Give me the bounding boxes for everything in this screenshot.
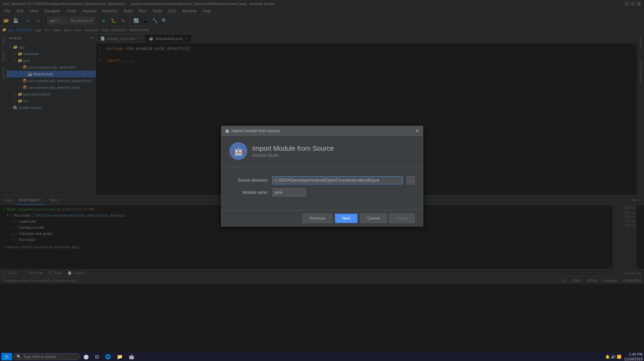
source-directory-row: Source directory: … [230, 176, 415, 184]
taskbar-task-view[interactable]: ⊟ [92, 353, 102, 360]
taskbar-tray: 🔔 🔊 📶 1:40 PM 11/28/2019 [605, 352, 643, 361]
modal-title-bar: 🤖 Import module from source ✕ [222, 126, 423, 136]
cortana-icon: ⬤ [83, 354, 89, 359]
taskbar-cortana[interactable]: ⬤ [81, 353, 92, 360]
modal-overlay: 🤖 Import module from source ✕ 🤖 Import M… [0, 0, 644, 352]
import-module-dialog: 🤖 Import module from source ✕ 🤖 Import M… [221, 126, 423, 226]
taskbar: ⊞ 🔍 Type here to search ⬤ ⊟ 🌐 📁 🤖 🔔 🔊 📶 … [0, 352, 644, 361]
modal-header-text: Import Module from Source Android Studio [252, 145, 334, 158]
cancel-button[interactable]: Cancel [360, 214, 387, 223]
source-directory-input[interactable] [272, 176, 403, 184]
modal-close-button[interactable]: ✕ [415, 128, 419, 134]
taskbar-time: 1:40 PM 11/28/2019 [624, 352, 643, 361]
modal-body: Source directory: … Module name: [222, 167, 423, 210]
tray-icons: 🔔 🔊 📶 [605, 355, 621, 359]
modal-title-text: Import module from source [232, 129, 280, 133]
edge-icon: 🌐 [105, 354, 111, 359]
taskbar-search-bar[interactable]: 🔍 Type here to search [13, 353, 80, 360]
taskbar-android-studio[interactable]: 🤖 [126, 353, 137, 360]
taskbar-search-icon: 🔍 [16, 355, 21, 359]
source-directory-browse-button[interactable]: … [407, 176, 415, 184]
finish-button[interactable]: Finish [389, 214, 414, 223]
next-button[interactable]: Next [335, 214, 358, 223]
modal-footer: Previous Next Cancel Finish [222, 210, 423, 226]
task-view-icon: ⊟ [95, 354, 99, 359]
modal-logo: 🤖 [230, 142, 247, 160]
start-button[interactable]: ⊞ [1, 353, 12, 360]
modal-main-title: Import Module from Source [252, 145, 334, 152]
taskbar-search-text: Type here to search [23, 355, 56, 359]
modal-subtitle: Android Studio [252, 153, 334, 158]
module-name-row: Module name: [230, 188, 415, 196]
taskbar-edge[interactable]: 🌐 [102, 353, 113, 360]
taskbar-explorer[interactable]: 📁 [114, 353, 125, 360]
android-studio-icon: 🤖 [129, 354, 134, 359]
source-directory-label: Source directory: [230, 178, 268, 183]
module-name-label: Module name: [230, 190, 268, 195]
module-name-input[interactable] [272, 188, 306, 196]
modal-title-icon: 🤖 [225, 129, 230, 133]
modal-header: 🤖 Import Module from Source Android Stud… [222, 136, 423, 167]
previous-button[interactable]: Previous [303, 214, 333, 223]
explorer-icon: 📁 [117, 354, 123, 359]
